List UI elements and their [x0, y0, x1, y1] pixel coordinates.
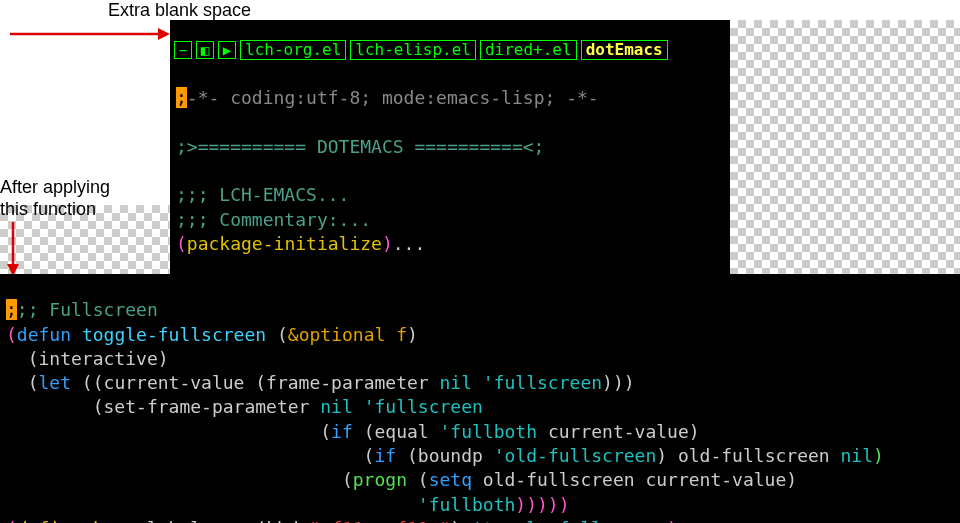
text: ((current-value (frame-parameter — [71, 372, 439, 393]
string-kbd: "<f11> <f11>" — [309, 518, 450, 523]
const-nil: nil — [841, 445, 874, 466]
fn-package-initialize: package-initialize — [187, 233, 382, 254]
sym-fullboth: 'fullboth — [440, 421, 538, 442]
paren: ) — [407, 324, 418, 345]
paren: ( — [277, 324, 288, 345]
tab-control-collapse[interactable]: − — [174, 41, 192, 59]
text — [6, 494, 418, 515]
text: global-map (kbd — [125, 518, 309, 523]
kw-optional: &optional — [288, 324, 386, 345]
cursor: ; — [176, 87, 187, 108]
paren: ( — [6, 518, 17, 523]
text: ) — [450, 518, 472, 523]
tab-lch-elisp[interactable]: lch-elisp.el — [350, 40, 476, 60]
paren-open: ( — [176, 233, 187, 254]
text: current-value) — [537, 421, 700, 442]
kw-setq: setq — [429, 469, 472, 490]
sym-fullboth: 'fullboth — [418, 494, 516, 515]
fn-toggle-fullscreen: toggle-fullscreen — [82, 324, 266, 345]
text: (set-frame-parameter — [6, 396, 320, 417]
comment-commentary: ;;; Commentary:... — [176, 209, 371, 230]
const-nil: nil — [440, 372, 473, 393]
text: ) old-fullscreen — [656, 445, 840, 466]
cutoff-fragment — [176, 257, 187, 274]
text: (boundp — [396, 445, 494, 466]
tab-control-split[interactable]: ◧ — [196, 41, 214, 59]
text: ( — [6, 469, 353, 490]
svg-marker-1 — [158, 28, 170, 40]
ellipsis: ... — [393, 233, 426, 254]
fn-define-key: define-key — [17, 518, 125, 523]
paren-close: ) — [382, 233, 393, 254]
paren: ))) — [602, 372, 635, 393]
cursor-bottom: ; — [6, 299, 17, 320]
arrow-mid — [3, 222, 23, 276]
kw-let: let — [39, 372, 72, 393]
code-area-top[interactable]: ;-*- coding:utf-8; mode:emacs-lisp; -*- … — [170, 62, 730, 274]
sym-toggle-fullscreen: 'toggle-fullscreen — [472, 518, 667, 523]
param-f: f — [396, 324, 407, 345]
sym-old-fullscreen: 'old-fullscreen — [494, 445, 657, 466]
transparent-region-right — [730, 20, 960, 274]
tab-bar: − ◧ ▶ lch-org.el lch-elisp.el dired+.el … — [170, 38, 730, 62]
tab-control-play-icon[interactable]: ▶ — [218, 41, 236, 59]
emacs-panel-bottom: ;;; Fullscreen (defun toggle-fullscreen … — [0, 274, 960, 523]
const-nil: nil — [320, 396, 353, 417]
line-interactive: (interactive) — [6, 348, 169, 369]
kw-if: if — [374, 445, 396, 466]
kw-if: if — [331, 421, 353, 442]
kw-progn: progn — [353, 469, 407, 490]
text: (equal — [353, 421, 440, 442]
annotation-label-mid: After applying this function — [0, 177, 110, 220]
text: ( — [6, 372, 39, 393]
comment-lch-emacs: ;;; LCH-EMACS... — [176, 184, 349, 205]
kw-defun: defun — [17, 324, 71, 345]
text: ( — [6, 445, 374, 466]
emacs-panel-top: − ◧ ▶ lch-org.el lch-elisp.el dired+.el … — [170, 20, 730, 274]
code-area-bottom[interactable]: ;;; Fullscreen (defun toggle-fullscreen … — [0, 274, 960, 523]
paren: ) — [667, 518, 678, 523]
text: old-fullscreen current-value) — [472, 469, 797, 490]
annotation-label-top: Extra blank space — [108, 0, 251, 21]
comment-fullscreen: ;; Fullscreen — [17, 299, 158, 320]
banner-line: ;>========== DOTEMACS ==========<; — [176, 136, 544, 157]
text: ( — [407, 469, 429, 490]
paren: ))))) — [515, 494, 569, 515]
paren: ) — [873, 445, 884, 466]
tab-dotemacs[interactable]: dotEmacs — [581, 40, 668, 60]
tab-dired-plus[interactable]: dired+.el — [480, 40, 577, 60]
sym-fullscreen: 'fullscreen — [353, 396, 483, 417]
tab-lch-org[interactable]: lch-org.el — [240, 40, 346, 60]
modeline-comment: -*- coding:utf-8; mode:emacs-lisp; -*- — [187, 87, 599, 108]
sym-fullscreen: 'fullscreen — [472, 372, 602, 393]
arrow-top — [10, 24, 170, 44]
paren: ( — [6, 324, 17, 345]
text: ( — [6, 421, 331, 442]
